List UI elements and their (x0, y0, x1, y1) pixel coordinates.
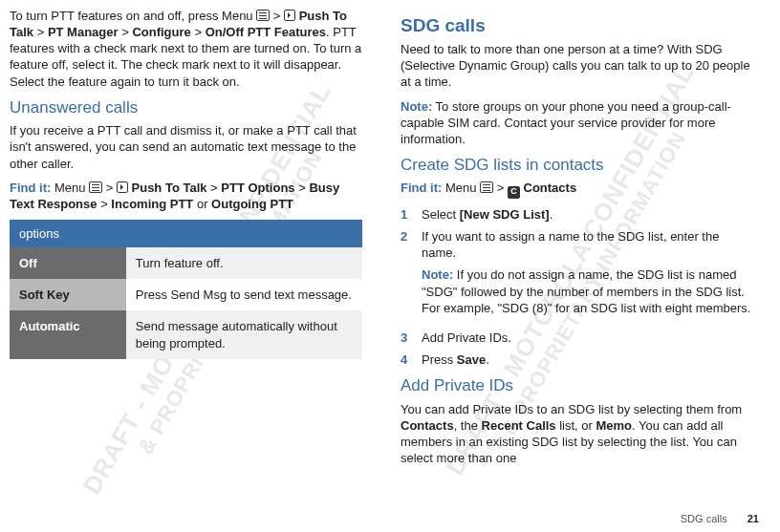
menu-icon (89, 181, 102, 193)
table-row: Off Turn feature off. (10, 247, 362, 279)
option-key: Automatic (10, 310, 126, 358)
steps-list: 1 Select [New SDG List]. 2 If you want t… (401, 206, 753, 368)
intro-paragraph: To turn PTT features on and off, press M… (10, 8, 362, 90)
option-value: Send message automatically without being… (126, 310, 362, 358)
options-table: options Off Turn feature off. Soft Key P… (10, 220, 362, 359)
sdg-intro-text: Need to talk to more than one person at … (401, 41, 753, 90)
sdg-note: Note: To store groups on your phone you … (401, 98, 753, 147)
option-key: Soft Key (10, 279, 126, 310)
contacts-icon: C (508, 186, 520, 199)
unanswered-calls-heading: Unanswered calls (10, 97, 362, 118)
list-item: 3 Add Private IDs. (401, 330, 753, 346)
add-private-ids-text: You can add Private IDs to an SDG list b… (401, 401, 753, 467)
page-footer: SDG calls 21 (681, 513, 759, 524)
menu-icon (480, 181, 493, 193)
unanswered-text: If you receive a PTT call and dismiss it… (10, 122, 362, 171)
table-row: Soft Key Press Send Msg to send text mes… (10, 279, 362, 310)
add-private-ids-heading: Add Private IDs (401, 375, 753, 396)
table-row: Automatic Send message automatically wit… (10, 310, 362, 358)
list-item: 4 Press Save. (401, 351, 753, 368)
find-it-contacts: Find it: Menu > C Contacts (401, 180, 753, 198)
options-header: options (10, 220, 126, 247)
option-value: Press Send Msg to send text message. (126, 279, 362, 310)
find-it-path: Find it: Menu > Push To Talk > PTT Optio… (10, 180, 362, 212)
option-key: Off (10, 247, 126, 279)
right-column: SDG calls Need to talk to more than one … (401, 8, 753, 474)
footer-section: SDG calls (681, 513, 727, 524)
list-item: 2 If you want to assign a name to the SD… (401, 228, 753, 324)
create-sdg-heading: Create SDG lists in contacts (401, 155, 753, 176)
ptt-icon (117, 181, 128, 193)
menu-icon (256, 10, 270, 21)
option-value: Turn feature off. (126, 247, 362, 279)
sdg-calls-heading: SDG calls (401, 13, 753, 37)
page-number: 21 (748, 513, 759, 524)
left-column: To turn PTT features on and off, press M… (10, 8, 362, 474)
list-item: 1 Select [New SDG List]. (401, 206, 753, 223)
ptt-icon (284, 10, 295, 21)
